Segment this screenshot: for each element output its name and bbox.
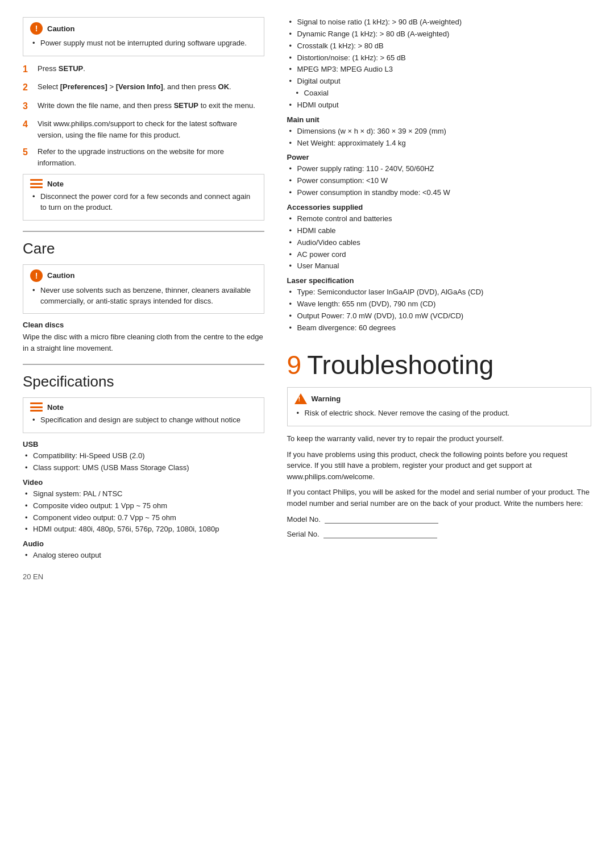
audio-cont-1: Signal to noise ratio (1 kHz): > 90 dB (… <box>287 17 591 28</box>
left-column: ! Caution Power supply must not be inter… <box>23 17 281 845</box>
power-1: Power supply rating: 110 - 240V, 50/60HZ <box>287 164 591 175</box>
model-label: Model No. <box>287 514 591 524</box>
main-unit-list: Dimensions (w × h × d): 360 × 39 × 209 (… <box>287 126 591 149</box>
hdmi-output-bullet: HDMI output <box>287 100 591 111</box>
acc-1: Remote control and batteries <box>287 214 591 225</box>
acc-2: HDMI cable <box>287 226 591 236</box>
note-header-2: Note <box>30 402 257 412</box>
warning-triangle <box>294 393 307 404</box>
step-1: 1 Press SETUP. <box>23 63 264 76</box>
step-2: 2 Select [Preferences] > [Version Info],… <box>23 81 264 94</box>
warning-label: Warning <box>312 394 341 403</box>
acc-4: AC power cord <box>287 250 591 260</box>
laser-list: Type: Semiconductor laser InGaAIP (DVD),… <box>287 287 591 333</box>
warning-icon <box>294 392 307 405</box>
care-heading: Care <box>23 240 264 258</box>
serial-label: Serial No. <box>287 529 591 538</box>
step-num-3: 3 <box>23 100 33 113</box>
note-box-1: Note Disconnect the power cord for a few… <box>23 174 264 221</box>
caution-item-2: Never use solvents such as benzene, thin… <box>30 285 257 307</box>
power-heading: Power <box>287 153 591 161</box>
clean-discs-text: Wipe the disc with a micro fibre cleanin… <box>23 331 264 354</box>
warning-item-1: Risk of electric shock. Never remove the… <box>294 408 584 419</box>
note-box-2: Note Specification and design are subjec… <box>23 397 264 433</box>
warning-box: Warning Risk of electric shock. Never re… <box>287 387 591 426</box>
right-column: Signal to noise ratio (1 kHz): > 90 dB (… <box>281 17 591 845</box>
divider-care <box>23 231 264 232</box>
power-list: Power supply rating: 110 - 240V, 50/60HZ… <box>287 164 591 198</box>
laser-heading: Laser specification <box>287 276 591 285</box>
usb-item-1: Compatibility: Hi-Speed USB (2.0) <box>23 451 264 462</box>
step-4: 4 Visit www.philips.com/support to check… <box>23 118 264 140</box>
para2: If you have problems using this product,… <box>287 449 591 483</box>
chapter-heading: 9Troubleshooting <box>287 351 591 380</box>
audio-item-1: Analog stereo output <box>23 550 264 561</box>
note-icon-2 <box>30 402 43 412</box>
step-text-2: Select [Preferences] > [Version Info], a… <box>38 81 231 94</box>
accessories-list: Remote control and batteries HDMI cable … <box>287 214 591 272</box>
note-item-1: Disconnect the power cord for a few seco… <box>30 192 257 213</box>
step-num-2: 2 <box>23 81 33 94</box>
audio-cont-4: Distortion/noise: (1 kHz): > 65 dB <box>287 53 591 64</box>
chapter-heading-container: 9Troubleshooting <box>287 351 591 380</box>
audio-cont-6: Digital output <box>287 76 591 87</box>
usb-heading: USB <box>23 440 264 448</box>
video-item-2: Composite video output: 1 Vpp ~ 75 ohm <box>23 501 264 512</box>
digital-output-nested: Coaxial <box>287 88 591 99</box>
video-heading: Video <box>23 478 264 487</box>
acc-3: Audio/Video cables <box>287 238 591 248</box>
caution-box-1: ! Caution Power supply must not be inter… <box>23 17 264 56</box>
video-item-4: HDMI output: 480i, 480p, 576i, 576p, 720… <box>23 524 264 535</box>
note-list-2: Specification and design are subject to … <box>30 415 257 426</box>
step-3: 3 Write down the file name, and then pre… <box>23 100 264 113</box>
video-item-3: Component video output: 0.7 Vpp ~ 75 ohm <box>23 513 264 524</box>
power-3: Power consumption in standby mode: <0.45… <box>287 188 591 198</box>
video-list: Signal system: PAL / NTSC Composite vide… <box>23 489 264 535</box>
caution-header-2: ! Caution <box>30 269 257 282</box>
step-5: 5 Refer to the upgrade instructions on t… <box>23 146 264 168</box>
caution-label-1: Caution <box>47 24 74 33</box>
laser-1: Type: Semiconductor laser InGaAIP (DVD),… <box>287 287 591 298</box>
caution-icon-1: ! <box>30 22 43 35</box>
usb-item-2: Class support: UMS (USB Mass Storage Cla… <box>23 463 264 474</box>
warning-list: Risk of electric shock. Never remove the… <box>294 408 584 419</box>
audio-cont-2: Dynamic Range (1 kHz): > 80 dB (A-weight… <box>287 29 591 40</box>
acc-5: User Manual <box>287 261 591 272</box>
main-unit-heading: Main unit <box>287 115 591 124</box>
model-line-container: Model No. Serial No. <box>287 514 591 538</box>
audio-cont-3: Crosstalk (1 kHz): > 80 dB <box>287 41 591 52</box>
caution-list-2: Never use solvents such as benzene, thin… <box>30 285 257 307</box>
clean-discs-heading: Clean discs <box>23 321 264 329</box>
audio-cont-list: Signal to noise ratio (1 kHz): > 90 dB (… <box>287 17 591 111</box>
chapter-num: 9 <box>287 350 302 380</box>
main-unit-2: Net Weight: approximately 1.4 kg <box>287 138 591 149</box>
chapter-title: Troubleshooting <box>307 350 493 380</box>
laser-4: Beam divergence: 60 degrees <box>287 323 591 334</box>
step-text-3: Write down the file name, and then press… <box>38 100 255 113</box>
page: ! Caution Power supply must not be inter… <box>0 0 614 868</box>
audio-cont-5: MPEG MP3: MPEG Audio L3 <box>287 64 591 75</box>
caution-box-2: ! Caution Never use solvents such as ben… <box>23 264 264 314</box>
note-list-1: Disconnect the power cord for a few seco… <box>30 192 257 213</box>
warning-header: Warning <box>294 392 584 405</box>
step-text-1: Press SETUP. <box>38 63 85 76</box>
caution-header-1: ! Caution <box>30 22 257 35</box>
step-num-4: 4 <box>23 118 33 140</box>
accessories-heading: Accessories supplied <box>287 203 591 211</box>
note-label-2: Note <box>47 403 64 412</box>
caution-list-1: Power supply must not be interrupted dur… <box>30 38 257 49</box>
main-unit-1: Dimensions (w × h × d): 360 × 39 × 209 (… <box>287 126 591 137</box>
caution-label-2: Caution <box>47 271 74 280</box>
audio-list: Analog stereo output <box>23 550 264 561</box>
step-text-4: Visit www.philips.com/support to check f… <box>38 118 264 140</box>
note-item-2: Specification and design are subject to … <box>30 415 257 426</box>
video-item-1: Signal system: PAL / NTSC <box>23 489 264 500</box>
note-header-1: Note <box>30 179 257 188</box>
spec-heading: Specifications <box>23 373 264 391</box>
usb-list: Compatibility: Hi-Speed USB (2.0) Class … <box>23 451 264 474</box>
power-2: Power consumption: <10 W <box>287 176 591 186</box>
para3: If you contact Philips, you will be aske… <box>287 487 591 509</box>
para1: To keep the warranty valid, never try to… <box>287 433 591 445</box>
step-num-1: 1 <box>23 63 33 76</box>
caution-item-1: Power supply must not be interrupted dur… <box>30 38 257 49</box>
